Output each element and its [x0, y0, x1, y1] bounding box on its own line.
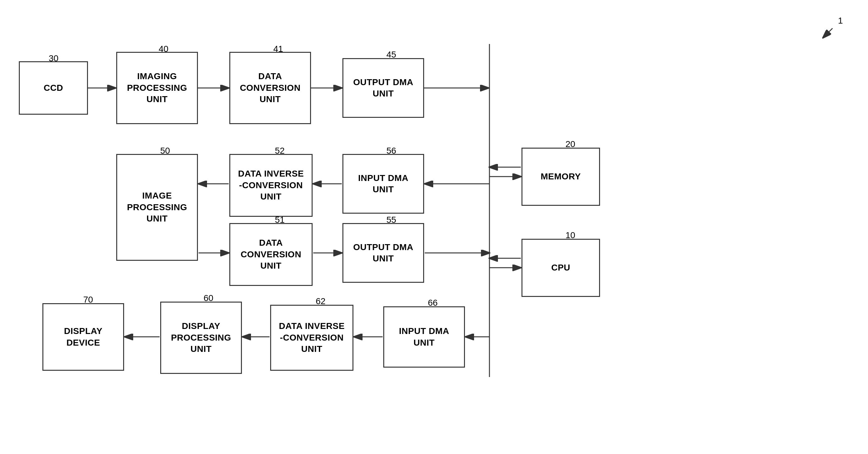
- num-10: 10: [565, 230, 575, 240]
- num-66: 66: [428, 298, 438, 308]
- num-imaging: 40: [159, 44, 168, 54]
- block-display-proc: DISPLAYPROCESSINGUNIT: [160, 302, 242, 374]
- block-data-inv-52: DATA INVERSE-CONVERSIONUNIT: [229, 154, 313, 217]
- ref-number-1: 1: [838, 16, 843, 26]
- num-55: 55: [386, 215, 396, 225]
- num-52: 52: [275, 146, 285, 156]
- svg-line-20: [823, 28, 833, 38]
- diagram: 1: [0, 0, 868, 454]
- block-input-dma-56: INPUT DMAUNIT: [342, 154, 424, 214]
- num-41: 41: [273, 44, 283, 54]
- num-45: 45: [386, 50, 396, 60]
- block-cpu: CPU: [522, 239, 600, 297]
- num-ccd: 30: [49, 53, 58, 63]
- block-output-dma-45: OUTPUT DMAUNIT: [342, 58, 424, 118]
- num-60: 60: [204, 293, 213, 303]
- num-20: 20: [565, 139, 575, 149]
- block-display-dev: DISPLAYDEVICE: [42, 303, 124, 371]
- num-51: 51: [275, 215, 285, 225]
- num-62: 62: [316, 296, 326, 306]
- block-memory: MEMORY: [522, 148, 600, 206]
- num-56: 56: [386, 146, 396, 156]
- block-data-conv-41: DATACONVERSIONUNIT: [229, 52, 311, 124]
- block-data-inv-62: DATA INVERSE-CONVERSIONUNIT: [270, 305, 353, 371]
- block-image-proc: IMAGEPROCESSINGUNIT: [116, 154, 198, 261]
- block-output-dma-55: OUTPUT DMAUNIT: [342, 223, 424, 283]
- num-70: 70: [83, 295, 93, 305]
- block-ccd: CCD: [19, 61, 88, 115]
- num-50: 50: [160, 146, 170, 156]
- block-data-conv-51: DATACONVERSIONUNIT: [229, 223, 313, 286]
- block-imaging: IMAGINGPROCESSINGUNIT: [116, 52, 198, 124]
- block-input-dma-66: INPUT DMAUNIT: [383, 306, 465, 368]
